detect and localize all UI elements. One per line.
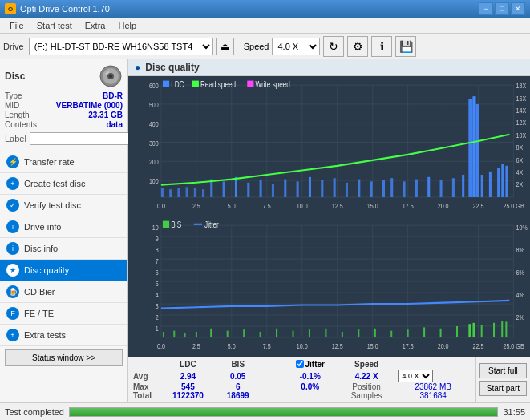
svg-text:20.0: 20.0 (438, 201, 449, 210)
disc-quality-icon: ★ (6, 264, 19, 277)
svg-rect-143 (184, 333, 186, 337)
sidebar-item-extra-tests[interactable]: + Extra tests (0, 325, 127, 346)
svg-text:7.5: 7.5 (263, 341, 271, 350)
sidebar-item-create-test-disc[interactable]: + Create test disc (0, 173, 127, 195)
action-buttons: Start full Start part (475, 357, 530, 403)
speed-select[interactable]: 4.0 X (272, 38, 320, 55)
menu-help[interactable]: Help (111, 19, 143, 32)
svg-rect-156 (390, 330, 392, 337)
svg-text:3: 3 (156, 301, 159, 309)
sidebar-item-drive-info[interactable]: i Drive info (0, 216, 127, 238)
jitter-checkbox-cell[interactable]: Jitter (283, 360, 338, 370)
svg-text:14X: 14X (516, 106, 527, 115)
sidebar-item-label: CD Bier (24, 287, 55, 297)
chart-area: ● Disc quality (128, 59, 530, 402)
speed-value: 4.22 X (338, 370, 396, 382)
start-part-button[interactable]: Start part (479, 381, 527, 396)
sidebar-item-verify-test-disc[interactable]: ✓ Verify test disc (0, 195, 127, 216)
speed-select-stats[interactable]: 4.0 X (398, 370, 433, 382)
svg-text:6: 6 (156, 267, 159, 276)
svg-rect-152 (325, 329, 326, 337)
samples-value: 381684 (395, 391, 470, 400)
extra-tests-icon: + (6, 329, 19, 341)
svg-text:12.5: 12.5 (332, 341, 343, 350)
svg-rect-68 (358, 180, 360, 197)
svg-rect-51 (169, 189, 172, 197)
svg-rect-61 (272, 184, 274, 197)
cd-bier-icon: 🍺 (6, 285, 19, 298)
svg-rect-62 (284, 180, 286, 197)
svg-text:12X: 12X (516, 118, 527, 127)
sidebar-item-transfer-rate[interactable]: ⚡ Transfer rate (0, 151, 127, 173)
svg-text:6X: 6X (516, 155, 524, 164)
svg-rect-64 (309, 177, 311, 197)
sidebar-item-disc-info[interactable]: i Disc info (0, 238, 127, 260)
svg-text:7: 7 (156, 256, 159, 265)
svg-text:BIS: BIS (171, 219, 182, 229)
info-button[interactable]: ℹ (371, 36, 392, 57)
sidebar-item-fe-te[interactable]: F FE / TE (0, 303, 127, 325)
speed-label: Speed (244, 42, 269, 51)
svg-text:2.5: 2.5 (192, 341, 200, 350)
fe-te-icon: F (6, 307, 19, 320)
sidebar-item-label: Verify test disc (24, 200, 81, 210)
disc-mid-label: MID (5, 101, 19, 110)
svg-rect-50 (161, 188, 164, 197)
svg-text:22.5: 22.5 (473, 341, 484, 350)
disc-label-input[interactable] (30, 132, 136, 145)
settings-button[interactable]: ⚙ (347, 36, 368, 57)
sidebar-item-cd-bier[interactable]: 🍺 CD Bier (0, 281, 127, 303)
menu-start-test[interactable]: Start test (30, 19, 79, 32)
minimize-button[interactable]: − (479, 2, 493, 15)
disc-mid-row: MID VERBATIMe (000) (5, 101, 123, 110)
chart-title: Disc quality (145, 62, 199, 73)
top-chart: 600 500 400 300 200 100 18X 16X 14X 12X … (128, 76, 530, 216)
svg-text:10: 10 (152, 222, 159, 231)
svg-rect-66 (334, 178, 336, 197)
sidebar-item-disc-quality[interactable]: ★ Disc quality (0, 260, 127, 281)
status-window-button[interactable]: Status window >> (5, 349, 123, 366)
svg-text:10%: 10% (516, 222, 528, 231)
svg-rect-52 (177, 188, 180, 197)
disc-length-label: Length (5, 111, 30, 119)
status-bar: Test completed 31:55 (0, 402, 530, 420)
svg-text:5: 5 (156, 278, 159, 287)
svg-rect-83 (440, 180, 443, 197)
svg-text:1: 1 (156, 323, 159, 332)
svg-rect-53 (186, 187, 188, 197)
svg-rect-82 (427, 177, 430, 197)
svg-rect-158 (423, 327, 425, 337)
eject-button[interactable]: ⏏ (216, 38, 234, 55)
main-content: Disc Type BD-R MID VERBATIMe (000) Lengt… (0, 59, 530, 402)
refresh-button[interactable]: ↻ (323, 36, 344, 57)
drive-select[interactable]: (F:) HL-DT-ST BD-RE WH16NS58 TST4 (29, 38, 213, 55)
svg-text:5.0: 5.0 (228, 201, 236, 210)
save-button[interactable]: 💾 (395, 36, 416, 57)
svg-text:Write speed: Write speed (255, 79, 289, 90)
svg-rect-147 (243, 329, 245, 337)
toolbar: Drive (F:) HL-DT-ST BD-RE WH16NS58 TST4 … (0, 34, 530, 59)
svg-text:16X: 16X (516, 94, 527, 103)
jitter-checkbox[interactable] (296, 360, 304, 368)
maximize-button[interactable]: □ (495, 2, 509, 15)
disc-label-row: Label ✏ (5, 131, 123, 146)
close-button[interactable]: ✕ (511, 2, 525, 15)
svg-text:25.0 GB: 25.0 GB (503, 341, 524, 350)
svg-rect-70 (468, 99, 472, 197)
svg-text:17.5: 17.5 (403, 341, 414, 350)
start-full-button[interactable]: Start full (479, 363, 527, 378)
svg-rect-161 (468, 324, 471, 337)
disc-header: Disc (5, 64, 123, 88)
sidebar-item-label: Create test disc (24, 179, 85, 188)
svg-text:8X: 8X (516, 143, 524, 151)
app-icon: O (5, 3, 16, 14)
transfer-rate-icon: ⚡ (6, 155, 19, 168)
svg-rect-141 (163, 332, 164, 337)
svg-rect-81 (415, 180, 418, 197)
menu-file[interactable]: File (3, 19, 30, 32)
svg-rect-151 (309, 329, 310, 337)
svg-text:9: 9 (156, 233, 159, 242)
sidebar-item-label: Drive info (24, 222, 61, 232)
svg-rect-73 (481, 175, 483, 197)
menu-extra[interactable]: Extra (79, 19, 112, 32)
